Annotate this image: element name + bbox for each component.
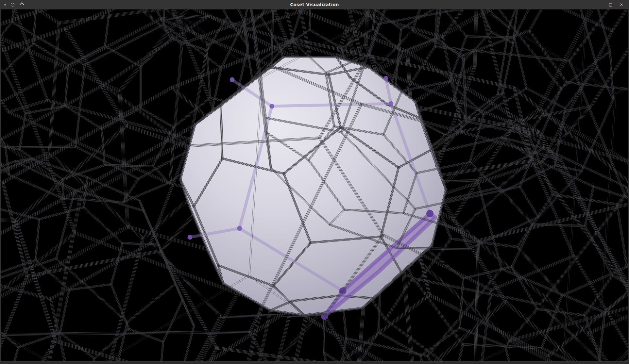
viewport-3d[interactable]	[1, 9, 628, 361]
dot-icon[interactable]	[4, 4, 6, 6]
chevron-up-icon[interactable]	[20, 2, 24, 7]
window-frame-left	[0, 9, 1, 361]
app-window: Coset Visualization – □ ✕	[0, 0, 629, 364]
titlebar-left-icons	[0, 3, 23, 7]
scene-canvas[interactable]	[1, 9, 628, 361]
titlebar: Coset Visualization – □ ✕	[0, 0, 629, 9]
coset-ball	[179, 56, 447, 316]
close-button[interactable]: ✕	[619, 0, 624, 9]
maximize-button[interactable]: □	[608, 0, 613, 9]
minimize-button[interactable]: –	[597, 0, 603, 9]
window-frame-bottom	[0, 361, 629, 364]
window-title: Coset Visualization	[0, 0, 629, 9]
window-controls: – □ ✕	[597, 0, 629, 9]
circle-icon[interactable]	[11, 3, 14, 7]
